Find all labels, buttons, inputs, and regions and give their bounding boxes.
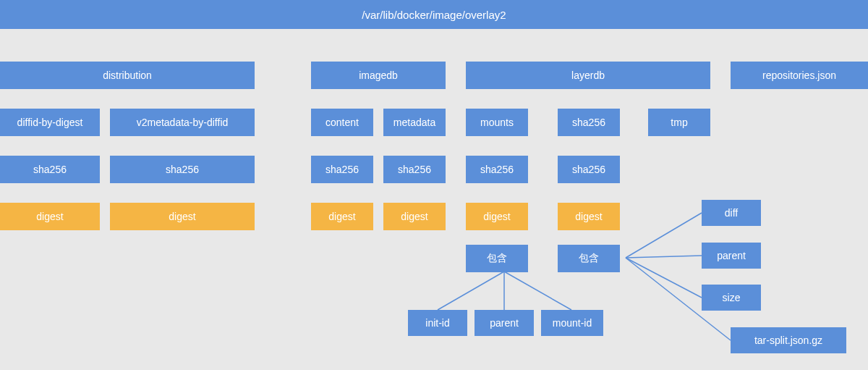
dir-sha256-imagedb-right: sha256 xyxy=(383,156,446,183)
dir-diffid-by-digest: diffid-by-digest xyxy=(0,109,100,136)
svg-line-0 xyxy=(438,272,504,310)
digest-imagedb-right: digest xyxy=(383,203,446,230)
dir-metadata: metadata xyxy=(383,109,446,136)
file-diff: diff xyxy=(702,200,761,226)
file-tar-split: tar-split.json.gz xyxy=(731,327,846,353)
dir-distribution: distribution xyxy=(0,62,255,89)
dir-sha256-layerdb-right: sha256 xyxy=(558,156,620,183)
dir-sha256-dist-right: sha256 xyxy=(110,156,255,183)
digest-imagedb-left: digest xyxy=(311,203,373,230)
dir-sha256-layerdb-left: sha256 xyxy=(466,156,528,183)
file-parent-mounts: parent xyxy=(475,310,534,336)
contains-mounts: 包含 xyxy=(466,245,528,272)
digest-dist-right: digest xyxy=(110,203,255,230)
digest-layerdb-right: digest xyxy=(558,203,620,230)
dir-sha256-header: sha256 xyxy=(558,109,620,136)
file-size: size xyxy=(702,285,761,311)
digest-dist-left: digest xyxy=(0,203,100,230)
dir-sha256-dist-left: sha256 xyxy=(0,156,100,183)
svg-line-4 xyxy=(626,256,702,258)
dir-imagedb: imagedb xyxy=(311,62,446,89)
file-init-id: init-id xyxy=(408,310,467,336)
dir-content: content xyxy=(311,109,373,136)
dir-tmp: tmp xyxy=(648,109,710,136)
svg-line-5 xyxy=(626,258,702,298)
contains-sha256: 包含 xyxy=(558,245,620,272)
dir-mounts: mounts xyxy=(466,109,528,136)
dir-layerdb: layerdb xyxy=(466,62,710,89)
file-repositories-json: repositories.json xyxy=(731,62,868,89)
root-path: /var/lib/docker/image/overlay2 xyxy=(0,0,868,29)
file-parent-sha256: parent xyxy=(702,243,761,269)
file-mount-id: mount-id xyxy=(541,310,603,336)
svg-line-2 xyxy=(504,272,571,310)
dir-sha256-imagedb-left: sha256 xyxy=(311,156,373,183)
svg-line-3 xyxy=(626,213,702,258)
digest-layerdb-left: digest xyxy=(466,203,528,230)
dir-v2metadata-by-diffid: v2metadata-by-diffid xyxy=(110,109,255,136)
